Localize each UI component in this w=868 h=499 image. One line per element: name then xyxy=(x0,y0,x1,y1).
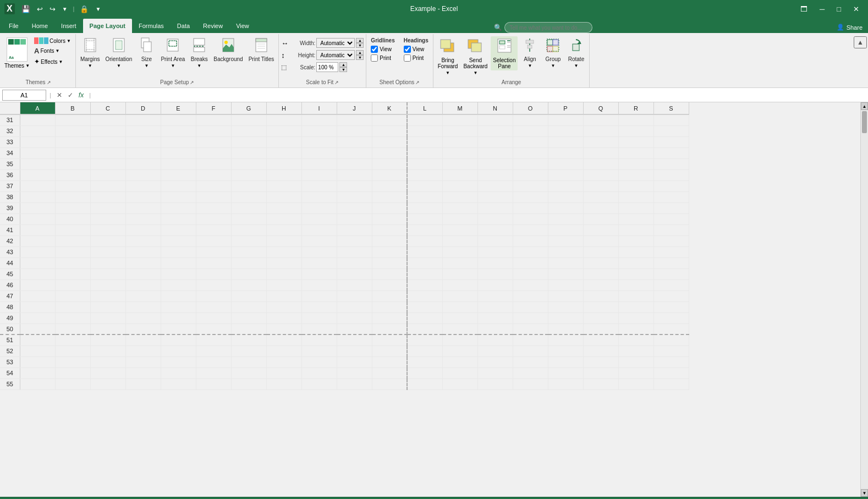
cell-S31[interactable] xyxy=(653,114,689,125)
cell-P41[interactable] xyxy=(548,224,583,235)
cell-B49[interactable] xyxy=(55,312,90,323)
cell-O43[interactable] xyxy=(513,246,548,257)
cell-E42[interactable] xyxy=(161,235,196,246)
cell-K51[interactable] xyxy=(372,335,407,346)
cell-H36[interactable] xyxy=(266,169,301,180)
cell-E38[interactable] xyxy=(161,191,196,202)
orientation-button[interactable]: Orientation ▼ xyxy=(103,36,134,69)
cell-F45[interactable] xyxy=(196,268,231,279)
cell-Q37[interactable] xyxy=(583,180,618,191)
cell-C51[interactable] xyxy=(90,335,125,346)
cell-B32[interactable] xyxy=(55,125,90,136)
cell-H50[interactable] xyxy=(266,323,301,335)
undo-button[interactable]: ↩ xyxy=(35,4,45,14)
cell-P52[interactable] xyxy=(548,346,583,357)
cell-P42[interactable] xyxy=(548,235,583,246)
cell-M51[interactable] xyxy=(442,335,477,346)
width-up[interactable]: ▲ xyxy=(356,38,364,43)
cell-E31[interactable] xyxy=(161,114,196,125)
cell-P54[interactable] xyxy=(548,368,583,379)
col-header-G[interactable]: G xyxy=(231,102,266,114)
cell-G45[interactable] xyxy=(231,268,266,279)
cell-C31[interactable] xyxy=(90,114,125,125)
cell-I51[interactable] xyxy=(301,335,337,346)
cell-L39[interactable] xyxy=(407,202,442,213)
cell-H49[interactable] xyxy=(266,312,301,323)
cell-S38[interactable] xyxy=(653,191,689,202)
cell-C42[interactable] xyxy=(90,235,125,246)
customize-qat-button[interactable]: ▼ xyxy=(60,5,70,13)
cell-M55[interactable] xyxy=(442,379,477,390)
cell-E40[interactable] xyxy=(161,213,196,224)
cell-C44[interactable] xyxy=(90,257,125,268)
cell-C41[interactable] xyxy=(90,224,125,235)
print-titles-button[interactable]: Print Titles xyxy=(246,36,277,63)
cell-F32[interactable] xyxy=(196,125,231,136)
cell-J44[interactable] xyxy=(337,257,372,268)
cell-K31[interactable] xyxy=(372,114,407,125)
cell-J38[interactable] xyxy=(337,191,372,202)
cell-E54[interactable] xyxy=(161,368,196,379)
cell-L33[interactable] xyxy=(407,136,442,147)
cell-Q50[interactable] xyxy=(583,323,618,335)
cell-B50[interactable] xyxy=(55,323,90,335)
cell-D51[interactable] xyxy=(125,335,161,346)
cell-L36[interactable] xyxy=(407,169,442,180)
cell-J48[interactable] xyxy=(337,301,372,312)
cell-G55[interactable] xyxy=(231,379,266,390)
row-num-54[interactable]: 54 xyxy=(0,368,20,379)
cell-O37[interactable] xyxy=(513,180,548,191)
cell-A51[interactable] xyxy=(20,335,55,346)
cell-G32[interactable] xyxy=(231,125,266,136)
cell-O49[interactable] xyxy=(513,312,548,323)
cell-I45[interactable] xyxy=(301,268,337,279)
cell-E55[interactable] xyxy=(161,379,196,390)
margins-button[interactable]: Margins ▼ xyxy=(78,36,102,69)
tab-file[interactable]: File xyxy=(2,19,25,33)
cell-I53[interactable] xyxy=(301,357,337,368)
cell-Q53[interactable] xyxy=(583,357,618,368)
cell-C34[interactable] xyxy=(90,147,125,158)
scroll-up-button[interactable]: ▲ xyxy=(861,102,868,110)
cell-D44[interactable] xyxy=(125,257,161,268)
cell-F31[interactable] xyxy=(196,114,231,125)
cell-O52[interactable] xyxy=(513,346,548,357)
cell-K45[interactable] xyxy=(372,268,407,279)
row-num-33[interactable]: 33 xyxy=(0,136,20,147)
restore-button[interactable]: 🗖 xyxy=(796,3,812,15)
cell-O31[interactable] xyxy=(513,114,548,125)
cell-Q40[interactable] xyxy=(583,213,618,224)
cell-N55[interactable] xyxy=(477,379,513,390)
cell-E34[interactable] xyxy=(161,147,196,158)
cell-F38[interactable] xyxy=(196,191,231,202)
cell-A41[interactable] xyxy=(20,224,55,235)
cell-O45[interactable] xyxy=(513,268,548,279)
col-header-B[interactable]: B xyxy=(55,102,90,114)
cell-S35[interactable] xyxy=(653,158,689,169)
cell-K32[interactable] xyxy=(372,125,407,136)
formula-cancel-button[interactable]: ✕ xyxy=(54,90,64,100)
cell-N31[interactable] xyxy=(477,114,513,125)
row-num-41[interactable]: 41 xyxy=(0,224,20,235)
row-num-35[interactable]: 35 xyxy=(0,158,20,169)
cell-H52[interactable] xyxy=(266,346,301,357)
cell-Q33[interactable] xyxy=(583,136,618,147)
tab-view[interactable]: View xyxy=(229,19,256,33)
cell-K40[interactable] xyxy=(372,213,407,224)
cell-I39[interactable] xyxy=(301,202,337,213)
cell-O50[interactable] xyxy=(513,323,548,335)
row-num-42[interactable]: 42 xyxy=(0,235,20,246)
cell-N53[interactable] xyxy=(477,357,513,368)
col-header-S[interactable]: S xyxy=(653,102,689,114)
cell-C47[interactable] xyxy=(90,290,125,301)
cell-J50[interactable] xyxy=(337,323,372,335)
row-num-44[interactable]: 44 xyxy=(0,257,20,268)
cell-L51[interactable] xyxy=(407,335,442,346)
col-header-M[interactable]: M xyxy=(442,102,477,114)
cell-G52[interactable] xyxy=(231,346,266,357)
cell-M49[interactable] xyxy=(442,312,477,323)
cell-J32[interactable] xyxy=(337,125,372,136)
col-header-D[interactable]: D xyxy=(125,102,161,114)
cell-M38[interactable] xyxy=(442,191,477,202)
cell-O35[interactable] xyxy=(513,158,548,169)
